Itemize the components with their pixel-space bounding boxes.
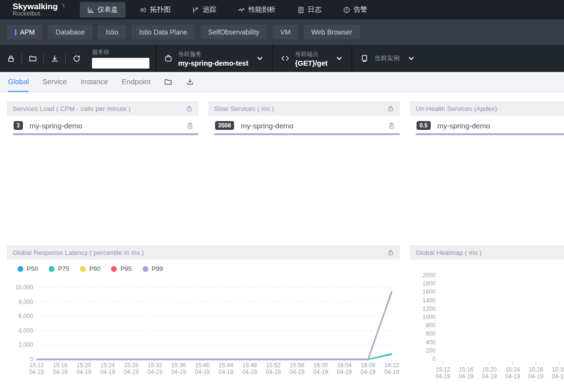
nav-item-log[interactable]: 日志 — [290, 2, 329, 18]
latency-chart: 02,0004,0006,0008,00010,00015:1204-1915:… — [7, 274, 400, 391]
tab-instance[interactable]: Instance — [80, 72, 108, 92]
dashboard-tab-apm[interactable]: APM — [7, 25, 42, 39]
lock-icon — [387, 249, 394, 256]
crescent-icon — [59, 2, 65, 10]
refresh-button[interactable] — [66, 45, 87, 72]
legend-item-p99[interactable]: P99 — [143, 265, 163, 272]
logo-title: Skywalking — [13, 2, 58, 11]
service-row[interactable]: 3 my-spring-demo — [7, 116, 199, 133]
card-title: Slow Services ( ms ) — [214, 105, 274, 112]
clipboard-icon — [186, 122, 194, 129]
dashboard-tab-istio[interactable]: Istio — [98, 25, 126, 39]
legend-item-p75[interactable]: P75 — [49, 265, 69, 272]
svg-text:15:36: 15:36 — [171, 362, 186, 369]
tab-endpoint[interactable]: Endpoint — [122, 72, 150, 92]
download-button[interactable] — [186, 78, 194, 86]
copy-button[interactable] — [388, 122, 395, 129]
service-icon — [164, 54, 173, 63]
metric-cards: Services Load ( CPM - calls per minute )… — [7, 101, 564, 135]
svg-text:15:24: 15:24 — [505, 366, 520, 373]
current-service-select[interactable]: 当前服务 my-spring-demo-test — [156, 45, 272, 72]
main-nav: 仪表盘拓扑图追踪性能剖析日志告警 — [80, 2, 375, 18]
logo[interactable]: Skywalking Rocketbot — [13, 2, 65, 18]
service-group-input[interactable] — [92, 58, 149, 69]
chevron-down-icon — [255, 54, 264, 63]
tab-service[interactable]: Service — [42, 72, 67, 92]
svg-text:15:28: 15:28 — [124, 362, 139, 369]
dashboard-tab-web-browser[interactable]: Web Browser — [304, 25, 360, 39]
service-row[interactable]: 3508 my-spring-demo — [208, 116, 400, 133]
svg-text:04-19: 04-19 — [195, 369, 210, 375]
folder-button[interactable] — [164, 78, 172, 86]
metric-bar — [214, 133, 400, 135]
view-tabs: GlobalServiceInstanceEndpoint — [0, 72, 564, 92]
svg-text:04-19: 04-19 — [76, 369, 91, 375]
legend-dot — [80, 266, 86, 272]
legend-item-p90[interactable]: P90 — [80, 265, 100, 272]
legend-item-p50[interactable]: P50 — [18, 265, 38, 272]
download-button[interactable] — [44, 45, 65, 72]
dashboard-tab-vm[interactable]: VM — [273, 25, 298, 39]
nav-item-label: 仪表盘 — [98, 5, 118, 14]
svg-text:04-19: 04-19 — [436, 373, 451, 380]
legend-label: P99 — [152, 265, 163, 272]
svg-text:15:32: 15:32 — [147, 362, 162, 369]
current-instance-select[interactable]: 当前实例 — [352, 45, 423, 72]
nav-item-topology[interactable]: 拓扑图 — [132, 2, 178, 18]
svg-text:04-19: 04-19 — [505, 373, 520, 380]
nav-item-profile[interactable]: 性能剖析 — [231, 2, 283, 18]
profile-icon — [238, 6, 245, 14]
svg-text:04-19: 04-19 — [361, 369, 376, 375]
service-name: my-spring-demo — [30, 122, 186, 130]
svg-text:15:40: 15:40 — [195, 362, 210, 369]
legend-label: P90 — [89, 265, 100, 272]
svg-text:15:52: 15:52 — [266, 362, 281, 369]
current-endpoint-select[interactable]: 当前端点 {GET}/get — [273, 45, 351, 72]
log-icon — [297, 6, 305, 14]
svg-text:04-19: 04-19 — [337, 369, 352, 375]
svg-text:04-19: 04-19 — [290, 369, 305, 375]
metric-card: Services Load ( CPM - calls per minute )… — [7, 101, 199, 135]
lock-icon — [7, 54, 15, 63]
dashboard-tab-database[interactable]: Database — [48, 25, 92, 39]
current-endpoint-label: 当前端点 — [295, 50, 327, 58]
svg-text:16:08: 16:08 — [361, 362, 375, 369]
svg-text:1400: 1400 — [422, 297, 436, 304]
svg-text:15:20: 15:20 — [482, 366, 497, 373]
heatmap-chart: 020040060080010001200140016001800200015:… — [410, 260, 564, 392]
dashboard-tab-selfobservability[interactable]: SelfObservability — [200, 25, 267, 39]
svg-text:04-19: 04-19 — [242, 369, 257, 375]
svg-text:16:12: 16:12 — [384, 362, 399, 369]
legend-dot — [111, 266, 117, 272]
svg-text:04-19: 04-19 — [124, 369, 139, 375]
svg-text:15:12: 15:12 — [29, 362, 44, 369]
toolbar: 服务组 当前服务 my-spring-demo-test 当前端点 {GET}/… — [0, 45, 564, 72]
service-row[interactable]: 0.5 my-spring-demo — [410, 116, 564, 133]
folder-icon — [164, 78, 172, 86]
svg-text:04-19: 04-19 — [53, 369, 68, 375]
legend-label: P95 — [120, 265, 131, 272]
svg-text:15:44: 15:44 — [218, 362, 233, 369]
svg-text:15:56: 15:56 — [290, 362, 304, 369]
svg-text:600: 600 — [426, 330, 436, 337]
logo-subtitle: Rocketbot — [13, 11, 65, 17]
download-icon — [186, 78, 194, 86]
folder-button[interactable] — [22, 45, 43, 72]
nav-item-dashboard[interactable]: 仪表盘 — [80, 2, 126, 18]
legend-item-p95[interactable]: P95 — [111, 265, 131, 272]
current-endpoint-value: {GET}/get — [295, 59, 327, 67]
lock-button[interactable] — [0, 45, 21, 72]
svg-text:15:32: 15:32 — [552, 366, 564, 373]
copy-button[interactable] — [186, 122, 194, 129]
legend-dot — [49, 266, 55, 272]
nav-item-alarm[interactable]: 告警 — [336, 2, 375, 18]
nav-item-trace[interactable]: 追踪 — [185, 2, 224, 18]
svg-text:16:00: 16:00 — [313, 362, 328, 369]
dashboard-tab-istio-data-plane[interactable]: Istio Data Plane — [131, 25, 195, 39]
current-service-value: my-spring-demo-test — [178, 59, 248, 67]
main-content: Services Load ( CPM - calls per minute )… — [0, 92, 564, 392]
svg-text:04-19: 04-19 — [29, 369, 44, 375]
metric-value-badge: 0.5 — [417, 121, 431, 130]
latency-panel: Global Response Latency ( percentile in … — [7, 245, 400, 392]
tab-global[interactable]: Global — [8, 72, 29, 92]
